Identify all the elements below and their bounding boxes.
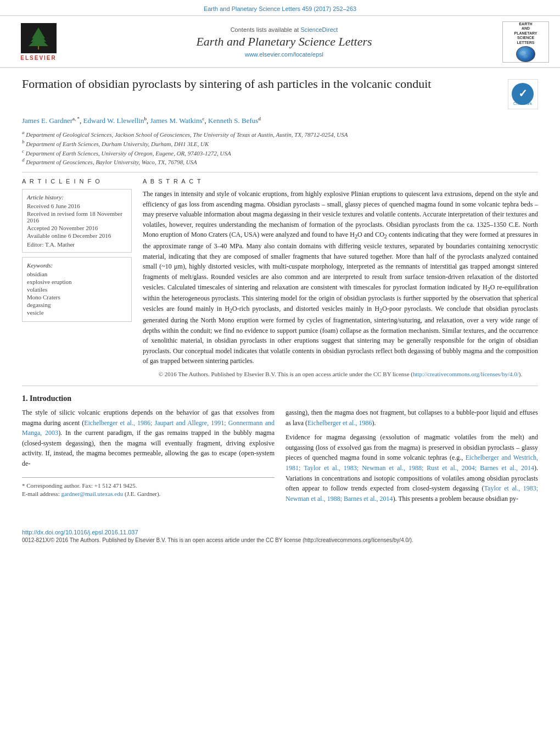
journal-url[interactable]: www.elsevier.com/locate/epsl	[66, 51, 502, 58]
journal-top-bar: Earth and Planetary Science Letters 459 …	[0, 0, 560, 16]
intro-text-3: Evidence for magma degassing (exsolution…	[285, 432, 538, 504]
doi-link[interactable]: http://dx.doi.org/10.1016/j.epsl.2016.11…	[22, 529, 538, 535]
article-info-col: A R T I C L E I N F O Article history: R…	[22, 178, 132, 377]
keyword-5: degassing	[27, 302, 127, 308]
article-header: Formation of obsidian pyroclasts by sint…	[22, 76, 538, 109]
article-history-block: Article history: Received 6 June 2016 Re…	[22, 189, 132, 253]
footnote-email: E-mail address: gardner@mail.utexas.edu …	[22, 490, 275, 497]
ref-eichelberger-1986[interactable]: Eichelberger et al., 1986; Jaupart and A…	[22, 419, 275, 437]
authors-line: James E. Gardnera, *, Edward W. Llewelli…	[22, 116, 538, 125]
keywords-block: Keywords: obsidian explosive eruption vo…	[22, 257, 132, 322]
page-wrapper: Earth and Planetary Science Letters 459 …	[0, 0, 560, 742]
bottom-doi-section: http://dx.doi.org/10.1016/j.epsl.2016.11…	[0, 525, 560, 548]
earth-journal-logo: EARTHANDPLANETARYSCIENCELETTERS	[502, 21, 549, 63]
footnote-section: * Corresponding author. Fax: +1 512 471 …	[22, 477, 275, 497]
section-divider	[22, 386, 538, 386]
history-title: Article history:	[27, 194, 127, 200]
contents-line: Contents lists available at ScienceDirec…	[66, 26, 502, 33]
ref-eichelberger-westrich[interactable]: Eichelberger and Westrich, 1981; Taylor …	[285, 454, 538, 472]
author-1[interactable]: James E. Gardner	[22, 116, 72, 125]
svg-text:✓: ✓	[518, 87, 528, 99]
keyword-4: Mono Craters	[27, 294, 127, 300]
journal-title: Earth and Planetary Science Letters	[66, 35, 502, 49]
author-2[interactable]: Edward W. Llewellin	[83, 116, 144, 125]
keyword-3: volatiles	[27, 286, 127, 293]
article-content: Formation of obsidian pyroclasts by sint…	[0, 68, 560, 519]
intro-text-1: The style of silicic volcanic eruptions …	[22, 408, 275, 469]
affiliation-d: d Department of Geosciences, Baylor Univ…	[22, 157, 538, 165]
affiliation-a: a Department of Geological Sciences, Jac…	[22, 130, 538, 138]
abstract-col: A B S T R A C T The ranges in intensity …	[143, 178, 538, 377]
crossmark-logo[interactable]: ✓ CrossMark	[508, 79, 538, 109]
keyword-1: obsidian	[27, 271, 127, 277]
article-title: Formation of obsidian pyroclasts by sint…	[22, 76, 497, 92]
intro-col-1: The style of silicic volcanic eruptions …	[22, 408, 275, 508]
received-revised-date: Received in revised form 18 November 201…	[27, 210, 127, 224]
email-link[interactable]: gardner@mail.utexas.edu	[61, 490, 123, 497]
ref-eichelberger-1986b[interactable]: Eichelberger et al., 1986	[307, 419, 372, 427]
keyword-6: vesicle	[27, 309, 127, 316]
info-abstract-section: A R T I C L E I N F O Article history: R…	[22, 172, 538, 377]
author-3[interactable]: James M. Watkins	[150, 116, 202, 125]
editor-info: Editor: T.A. Mather	[27, 241, 127, 248]
keywords-title: Keywords:	[27, 262, 127, 269]
intro-two-col: The style of silicic volcanic eruptions …	[22, 408, 538, 508]
elsevier-logo: 🌿 ELSEVIER	[11, 23, 66, 61]
abstract-copyright: © 2016 The Authors. Published by Elsevie…	[143, 371, 538, 377]
journal-reference[interactable]: Earth and Planetary Science Letters 459 …	[204, 5, 356, 12]
available-online-date: Available online 6 December 2016	[27, 232, 127, 239]
article-info-heading: A R T I C L E I N F O	[22, 178, 132, 185]
keyword-2: explosive eruption	[27, 278, 127, 285]
abstract-text: The ranges in intensity and style of vol…	[143, 189, 538, 366]
cc-license-link[interactable]: http://creativecommons.org/licenses/by/4…	[413, 371, 519, 377]
elsevier-tree-icon: 🌿	[21, 23, 57, 53]
intro-text-2: gassing), then the magma does not fragme…	[285, 408, 538, 428]
bottom-copyright: 0012-821X/© 2016 The Authors. Published …	[22, 537, 538, 543]
author-4[interactable]: Kenneth S. Befus	[208, 116, 258, 125]
affiliation-b: b Department of Earth Sciences, Durham U…	[22, 139, 538, 147]
abstract-heading: A B S T R A C T	[143, 178, 538, 185]
affiliations: a Department of Geological Sciences, Jac…	[22, 130, 538, 165]
received-date: Received 6 June 2016	[27, 203, 127, 209]
crossmark-icon: ✓ CrossMark	[511, 82, 535, 107]
intro-col-2: gassing), then the magma does not fragme…	[285, 408, 538, 508]
elsevier-label: ELSEVIER	[20, 55, 56, 61]
section-1-title: 1. Introduction	[22, 394, 538, 403]
journal-header: 🌿 ELSEVIER Contents lists available at S…	[0, 16, 560, 68]
affiliation-c: c Department of Earth Sciences, Universi…	[22, 148, 538, 157]
accepted-date: Accepted 20 November 2016	[27, 225, 127, 231]
footnote-corresponding: * Corresponding author. Fax: +1 512 471 …	[22, 482, 275, 489]
journal-header-center: Contents lists available at ScienceDirec…	[66, 26, 502, 58]
ref-taylor-newman[interactable]: Taylor et al., 1983; Newman et al., 1988…	[285, 484, 538, 503]
svg-text:CrossMark: CrossMark	[513, 102, 532, 105]
